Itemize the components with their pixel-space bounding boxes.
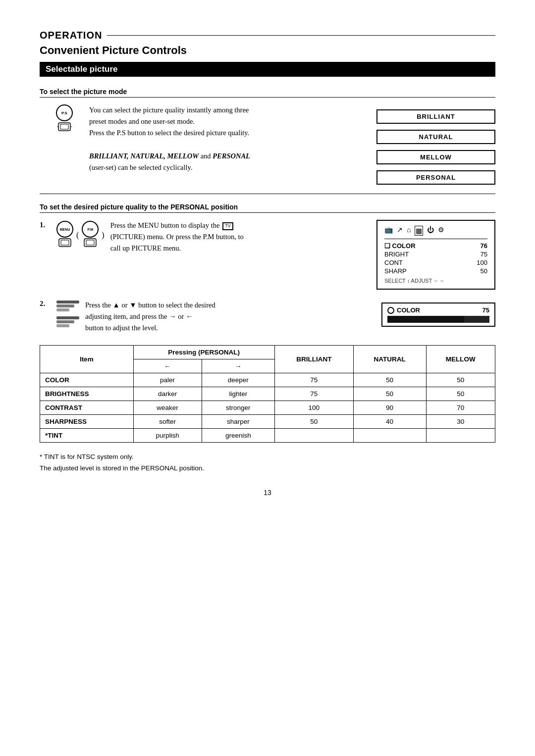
menu-remote-tv xyxy=(57,238,73,250)
part1-content: P.S You can select the picture quality i… xyxy=(40,104,495,185)
color-circle-icon xyxy=(387,307,394,314)
hr-1 xyxy=(40,194,495,194)
notes-section: * TINT is for NTSC system only. The adju… xyxy=(40,452,495,474)
menu-sharp-row: SHARP 50 xyxy=(384,267,487,275)
select-hint: SELECT ↕ ADJUST ←→ xyxy=(384,278,487,284)
col-natural: NATURAL xyxy=(353,345,426,373)
cell-mellow: 50 xyxy=(426,387,495,401)
cell-natural xyxy=(353,428,426,442)
ps-button-area: P.S xyxy=(40,104,89,133)
operation-title: OPERATION xyxy=(40,30,102,41)
step2-line3: button to adjust the level. xyxy=(85,324,158,332)
cell-mellow: 50 xyxy=(426,373,495,387)
cell-right: deeper xyxy=(202,373,274,387)
color-bar-fill xyxy=(387,316,464,323)
step1-paren-close: ) xyxy=(102,231,104,240)
note-line1: * TINT is for NTSC system only. xyxy=(40,452,495,463)
cell-mellow: 70 xyxy=(426,401,495,414)
step1-paren-open: ( xyxy=(76,231,79,240)
tv-menu-display: 📺 ↗ ⌂ ▦ ⏻ ⚙ ❑ COLOR 76 BRIGHT 75 CONT 10… xyxy=(376,220,495,290)
cell-left: weaker xyxy=(133,401,202,414)
step1-line3: call up PICTURE menu. xyxy=(110,244,181,252)
pm-label: P.M xyxy=(88,228,94,231)
scroll-icon-bottom xyxy=(56,316,79,327)
step2-right: COLOR 75 xyxy=(381,299,495,327)
cell-right: sharper xyxy=(202,414,274,428)
menu-cont-row: CONT 100 xyxy=(384,259,487,266)
svg-rect-5 xyxy=(61,240,69,245)
bold-modes: BRILLIANT, NATURAL, MELLOW xyxy=(89,152,199,160)
part1-description: You can select the picture quality insta… xyxy=(89,104,362,173)
color-bar-display: COLOR 75 xyxy=(381,302,495,327)
scroll-bar-3 xyxy=(56,308,69,311)
cell-left: paler xyxy=(133,373,202,387)
mode-mellow: MELLOW xyxy=(376,150,495,164)
col-brilliant: BRILLIANT xyxy=(274,345,353,373)
operation-heading: OPERATION xyxy=(40,30,495,41)
ps-remote-icon: P.S xyxy=(56,104,73,133)
cell-left: purplish xyxy=(133,428,202,442)
cont-value: 100 xyxy=(477,259,487,266)
section-title: Selectable picture xyxy=(40,62,495,77)
menu-bright-row: BRIGHT 75 xyxy=(384,251,487,258)
cell-natural: 90 xyxy=(353,401,426,414)
step2-num: 2. xyxy=(40,300,51,308)
cell-right: lighter xyxy=(202,387,274,401)
scroll-bar-5 xyxy=(56,320,74,323)
scroll-bar-1 xyxy=(56,301,79,303)
sharp-value: 50 xyxy=(481,267,487,275)
step1-line2: (PICTURE) menu. Or press the P.M button,… xyxy=(110,233,244,241)
step2-text: Press the ▲ or ▼ button to select the de… xyxy=(85,300,375,334)
cell-right: greenish xyxy=(202,428,274,442)
sharp-label: SHARP xyxy=(384,267,407,275)
pm-button-icon: P.M xyxy=(82,221,99,250)
subsection-heading-2: To set the desired picture quality to th… xyxy=(40,203,495,213)
personal-text: PERSONAL xyxy=(213,152,250,160)
part1-step-block: P.S You can select the picture quality i… xyxy=(40,104,362,173)
table-header-row: Item Pressing (PERSONAL) BRILLIANT NATUR… xyxy=(40,345,495,359)
step1-left: 1. MENU ( P.M xyxy=(40,220,362,290)
pm-button: P.M xyxy=(82,221,99,238)
menu-button-icon: MENU xyxy=(56,221,73,250)
step1-block: 1. MENU ( P.M xyxy=(40,220,362,254)
table-row: BRIGHTNESS darker lighter 75 50 50 xyxy=(40,387,495,401)
cell-brilliant xyxy=(274,428,353,442)
table-row: SHARPNESS softer sharper 50 40 30 xyxy=(40,414,495,428)
scroll-icons xyxy=(56,301,79,327)
part1-right: BRILLIANT NATURAL MELLOW PERSONAL xyxy=(376,104,495,185)
col-left-arrow: ← xyxy=(133,359,202,373)
col-pressing-personal: Pressing (PERSONAL) xyxy=(133,345,274,359)
page-number: 13 xyxy=(40,489,495,497)
cell-brilliant: 75 xyxy=(274,373,353,387)
and-text: and xyxy=(201,152,211,160)
menu-color-row: ❑ COLOR 76 xyxy=(384,242,487,250)
cell-brilliant: 75 xyxy=(274,387,353,401)
cell-right: stronger xyxy=(202,401,274,414)
cell-item: COLOR xyxy=(40,373,134,387)
mode-natural: NATURAL xyxy=(376,130,495,144)
step2-line1: Press the ▲ or ▼ button to select the de… xyxy=(85,301,215,309)
icon-home: ⌂ xyxy=(407,226,411,236)
col-item: Item xyxy=(40,345,134,373)
menu-button: MENU xyxy=(56,221,73,238)
scroll-bar-6 xyxy=(56,324,69,327)
svg-rect-1 xyxy=(60,124,68,129)
bright-value: 75 xyxy=(481,251,487,258)
step2-block: 2. Press the ▲ or ▼ button to select the… xyxy=(40,299,495,334)
desc-line2: preset modes and one user-set mode. xyxy=(89,117,195,125)
cell-mellow: 30 xyxy=(426,414,495,428)
scroll-bar-4 xyxy=(56,316,79,319)
mode-personal: PERSONAL xyxy=(376,170,495,185)
operation-divider xyxy=(107,35,495,36)
note-line2: The adjusted level is stored in the PERS… xyxy=(40,463,495,474)
table-row: *TINT purplish greenish xyxy=(40,428,495,442)
table-row: COLOR paler deeper 75 50 50 xyxy=(40,373,495,387)
part1-left: P.S You can select the picture quality i… xyxy=(40,104,362,185)
step1-buttons: MENU ( P.M xyxy=(56,221,105,250)
tv-menu-icons: 📺 ↗ ⌂ ▦ ⏻ ⚙ xyxy=(384,226,487,239)
tv-icon: TV xyxy=(222,222,233,230)
settings-table: Item Pressing (PERSONAL) BRILLIANT NATUR… xyxy=(40,345,495,443)
color-bar-value: 75 xyxy=(482,306,489,314)
step2-line2: adjusting item, and press the → or ← xyxy=(85,312,193,320)
cell-item: SHARPNESS xyxy=(40,414,134,428)
